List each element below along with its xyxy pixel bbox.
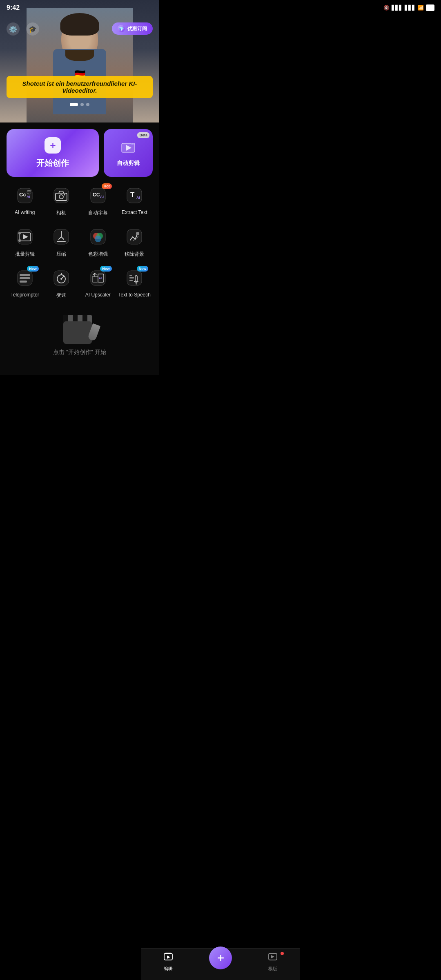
start-create-label: 开始创作 (36, 158, 69, 169)
ai-writing-icon-wrap: Cc AI (14, 185, 36, 206)
settings-icon[interactable]: ⚙️ (7, 22, 20, 36)
batch-edit-label: 批量剪辑 (15, 251, 35, 258)
svg-point-32 (136, 232, 139, 235)
feature-batch-edit[interactable]: 批量剪辑 (7, 226, 43, 258)
dot-3[interactable] (86, 103, 89, 106)
svg-rect-46 (129, 277, 134, 278)
camera-icon-wrap (51, 185, 72, 206)
svg-rect-23 (18, 232, 21, 234)
status-time: 9:42 (7, 4, 20, 11)
auto-subtitle-icon: CC AI (89, 187, 107, 205)
action-row: ＋ 开始创作 Beta AI 自动剪辑 (7, 129, 153, 177)
teleprompter-label: Teleprompter (11, 292, 39, 298)
auto-edit-button[interactable]: Beta AI 自动剪辑 (104, 129, 153, 177)
promo-button[interactable]: 💎 优惠订阅 (112, 22, 153, 35)
carousel-dots (70, 103, 89, 106)
promo-diamond-icon: 💎 (118, 25, 125, 32)
ai-writing-icon: Cc AI (16, 187, 34, 205)
svg-rect-44 (127, 271, 142, 285)
tutorial-icon[interactable]: 🎓 (26, 22, 39, 36)
auto-edit-icon: AI (120, 139, 136, 156)
color-enhance-label: 色彩增强 (88, 251, 108, 258)
feature-compress[interactable]: 压缩 (43, 226, 80, 258)
feature-ai-upscaler[interactable]: New AI AI Upscaler (80, 267, 116, 299)
speed-icon (52, 269, 70, 287)
feature-color-enhance[interactable]: 色彩增强 (80, 226, 116, 258)
extract-text-icon-wrap: T AI (124, 185, 145, 206)
svg-text:AI: AI (136, 196, 140, 200)
teleprompter-icon (16, 269, 34, 287)
empty-hint: 点击 "开始创作" 开始 (53, 349, 106, 356)
clapperboard-body (63, 321, 92, 344)
feature-ai-writing[interactable]: Cc AI AI writing (7, 185, 43, 216)
text-to-speech-label: Text to Speech (118, 292, 151, 298)
feature-auto-subtitle[interactable]: Hot CC AI 自动字幕 (80, 185, 116, 216)
teleprompter-icon-wrap: New (14, 267, 36, 289)
svg-point-39 (60, 278, 62, 280)
svg-rect-45 (129, 275, 132, 276)
batch-edit-icon-wrap (14, 226, 36, 247)
start-create-button[interactable]: ＋ 开始创作 (7, 129, 99, 177)
svg-rect-24 (18, 239, 21, 242)
feature-camera[interactable]: 相机 (43, 185, 80, 216)
extract-text-icon: T AI (125, 187, 143, 205)
clapperboard-icon (63, 315, 96, 344)
subtitle-text: Shotcut ist ein benutzerfreundlicher KI-… (12, 80, 147, 94)
plus-icon: ＋ (45, 137, 61, 154)
svg-text:AI: AI (99, 277, 102, 280)
svg-point-30 (95, 236, 101, 242)
auto-subtitle-label: 自动字幕 (88, 209, 108, 216)
feature-speed[interactable]: 变速 (43, 267, 80, 299)
svg-text:AI: AI (131, 142, 134, 146)
hot-badge: Hot (102, 183, 112, 189)
empty-state: 点击 "开始创作" 开始 (7, 299, 153, 368)
svg-rect-31 (127, 229, 142, 244)
hero-overlay-icons: ⚙️ 🎓 (7, 22, 39, 36)
new-badge-teleprompter: New (27, 266, 39, 272)
compress-icon (52, 228, 70, 246)
svg-text:AI: AI (27, 195, 30, 199)
color-enhance-icon (89, 228, 107, 246)
speed-icon-wrap (51, 267, 72, 289)
ai-upscaler-label: AI Upscaler (85, 292, 111, 298)
speed-label: 变速 (56, 292, 66, 299)
svg-point-13 (64, 194, 65, 196)
svg-text:AI: AI (100, 195, 104, 199)
svg-rect-34 (20, 274, 30, 276)
svg-rect-36 (20, 281, 27, 283)
remove-bg-label: 移除背景 (125, 251, 144, 258)
hero-section: ⚙️ 🎓 💎 优惠订阅 🇩🇪 Shotcut ist ein benutzerf… (0, 0, 159, 122)
svg-rect-47 (129, 280, 133, 281)
auto-edit-label: 自动剪辑 (117, 160, 140, 167)
hero-beard (65, 50, 94, 61)
color-enhance-icon-wrap (87, 226, 109, 247)
feature-teleprompter[interactable]: New Teleprompter (7, 267, 43, 299)
svg-text:CC: CC (93, 192, 100, 198)
batch-edit-icon (16, 228, 34, 246)
camera-label: 相机 (56, 209, 66, 216)
features-grid: Cc AI AI writing (7, 185, 153, 299)
main-content: ＋ 开始创作 Beta AI 自动剪辑 (0, 122, 159, 375)
text-to-speech-icon (125, 269, 143, 287)
dot-2[interactable] (80, 103, 84, 106)
ai-writing-label: AI writing (15, 209, 35, 215)
status-bar: 9:42 🔇 ▋▋▋ ▋▋▋ 📶 81 (0, 0, 159, 13)
ai-upscaler-icon-wrap: New AI (87, 267, 109, 289)
subtitle-bar: Shotcut ist ein benutzerfreundlicher KI-… (7, 76, 153, 98)
compress-label: 压缩 (56, 251, 66, 258)
remove-bg-icon-wrap (124, 226, 145, 247)
remove-bg-icon (125, 228, 143, 246)
feature-extract-text[interactable]: T AI Extract Text (116, 185, 153, 216)
svg-text:Cc: Cc (19, 192, 26, 198)
svg-rect-35 (20, 277, 30, 279)
svg-text:T: T (130, 191, 135, 199)
camera-icon (52, 187, 70, 205)
feature-text-to-speech[interactable]: New Text to Speech (116, 267, 153, 299)
text-to-speech-icon-wrap: New (124, 267, 145, 289)
compress-icon-wrap (51, 226, 72, 247)
dot-1[interactable] (70, 103, 78, 106)
hero-hair (60, 13, 99, 36)
feature-remove-bg[interactable]: 移除背景 (116, 226, 153, 258)
promo-label: 优惠订阅 (127, 25, 147, 32)
extract-text-label: Extract Text (122, 209, 147, 215)
